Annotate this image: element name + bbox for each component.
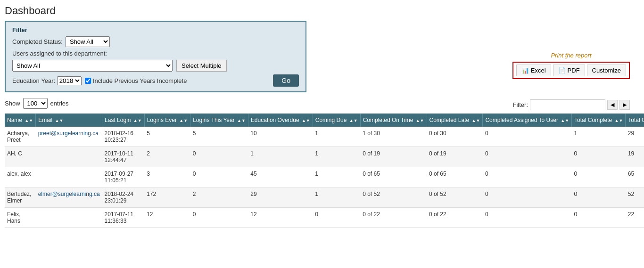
users-select-row: Show All Select Multiple bbox=[12, 60, 299, 72]
table-cell: 0 of 52 bbox=[427, 187, 483, 208]
table-row: alex, alex2017-09-27 11:05:21304510 of 6… bbox=[5, 167, 644, 187]
table-cell: 0 bbox=[483, 167, 572, 187]
excel-label: Excel bbox=[531, 67, 546, 74]
completed-status-label: Completed Status: bbox=[12, 38, 63, 45]
entries-label: entries bbox=[50, 100, 69, 107]
table-cell: 45 bbox=[248, 167, 313, 187]
export-buttons-group: 📊 Excel 📄 PDF Customize bbox=[512, 62, 630, 79]
table-cell: 5 bbox=[190, 127, 248, 147]
sort-overdue-icon: ▲▼ bbox=[302, 118, 310, 123]
col-name[interactable]: Name ▲▼ bbox=[5, 114, 36, 127]
table-cell: alex, alex bbox=[5, 167, 36, 187]
table-cell: 0 of 30 bbox=[427, 127, 483, 147]
table-body: Acharya, Preetpreet@surgelearning.ca2018… bbox=[5, 127, 644, 228]
filter-next-button[interactable]: ▶ bbox=[619, 100, 630, 110]
pdf-button[interactable]: 📄 PDF bbox=[553, 65, 585, 76]
show-label: Show bbox=[5, 100, 20, 107]
education-year-row: Education Year: 2018 2017 2016 Include P… bbox=[12, 76, 187, 85]
table-cell: 0 of 19 bbox=[427, 147, 483, 167]
sort-totalcomplete-icon: ▲▼ bbox=[614, 118, 623, 123]
users-assigned-label: Users assigned to this department: bbox=[12, 50, 107, 57]
filter-input[interactable] bbox=[530, 99, 605, 110]
table-cell: 1 bbox=[313, 127, 360, 147]
col-coming-due[interactable]: Coming Due ▲▼ bbox=[313, 114, 360, 127]
col-last-login[interactable]: Last Login ▲▼ bbox=[102, 114, 145, 127]
table-cell: 2018-02-16 10:23:27 bbox=[102, 127, 145, 147]
filter-right: Filter: ◀ ▶ bbox=[513, 99, 630, 110]
excel-icon: 📊 bbox=[521, 67, 529, 74]
page-title: Dashboard bbox=[5, 5, 639, 17]
sort-ontime-icon: ▲▼ bbox=[416, 118, 424, 123]
table-cell: 0 bbox=[483, 187, 572, 208]
table-cell: 10 bbox=[248, 127, 313, 147]
email-link[interactable]: preet@surgelearning.ca bbox=[38, 130, 99, 137]
education-year-label: Education Year: bbox=[12, 77, 55, 84]
table-cell bbox=[36, 208, 102, 228]
print-report-section: Print the report 📊 Excel 📄 PDF Customize bbox=[512, 52, 630, 79]
include-previous-checkbox[interactable] bbox=[85, 78, 91, 84]
table-cell: 0 bbox=[190, 167, 248, 187]
education-year-select[interactable]: 2018 2017 2016 bbox=[57, 76, 82, 85]
table-cell: Felix, Hans bbox=[5, 208, 36, 228]
table-cell: AH, C bbox=[5, 147, 36, 167]
table-cell: 2017-09-27 11:05:21 bbox=[102, 167, 145, 187]
sort-loginsever-icon: ▲▼ bbox=[179, 118, 188, 123]
col-logins-year[interactable]: Logins This Year ▲▼ bbox=[190, 114, 248, 127]
table-row: AH, C2017-10-11 12:44:4720110 of 190 of … bbox=[5, 147, 644, 167]
table-cell: 0 bbox=[572, 147, 626, 167]
print-report-label: Print the report bbox=[512, 52, 630, 59]
table-cell: Bertudez, Elmer bbox=[5, 187, 36, 208]
col-education-overdue[interactable]: Education Overdue ▲▼ bbox=[248, 114, 313, 127]
email-link[interactable]: elmer@surgelearning.ca bbox=[38, 191, 100, 197]
col-total-complete[interactable]: Total Complete ▲▼ bbox=[572, 114, 626, 127]
table-row: Felix, Hans2017-07-11 11:36:331201200 of… bbox=[5, 208, 644, 228]
table-cell: 29 bbox=[626, 127, 644, 147]
table-cell: preet@surgelearning.ca bbox=[36, 127, 102, 147]
col-total-outstanding[interactable]: Total Outstanding ▲▼ bbox=[626, 114, 644, 127]
pdf-label: PDF bbox=[568, 67, 580, 74]
table-cell: 2017-10-11 12:44:47 bbox=[102, 147, 145, 167]
customize-button[interactable]: Customize bbox=[587, 65, 626, 76]
col-completed-assigned[interactable]: Completed Assigned To User ▲▼ bbox=[483, 114, 572, 127]
table-cell: 2017-07-11 11:36:33 bbox=[102, 208, 145, 228]
table-cell: 0 of 65 bbox=[360, 167, 427, 187]
table-row: Acharya, Preetpreet@surgelearning.ca2018… bbox=[5, 127, 644, 147]
excel-button[interactable]: 📊 Excel bbox=[516, 65, 551, 76]
table-cell: 0 bbox=[572, 208, 626, 228]
filter-label: Filter: bbox=[513, 101, 528, 108]
table-cell: 2 bbox=[144, 147, 190, 167]
table-cell: 5 bbox=[144, 127, 190, 147]
filter-title: Filter bbox=[12, 26, 299, 33]
col-completed-ontime[interactable]: Completed On Time ▲▼ bbox=[360, 114, 427, 127]
sort-comingdue-icon: ▲▼ bbox=[349, 118, 358, 123]
table-cell: 12 bbox=[248, 208, 313, 228]
go-button[interactable]: Go bbox=[273, 74, 299, 87]
table-cell: 1 of 30 bbox=[360, 127, 427, 147]
col-email[interactable]: Email ▲▼ bbox=[36, 114, 102, 127]
completed-status-select[interactable]: Show All Completed Incomplete bbox=[66, 36, 110, 47]
table-cell: 65 bbox=[626, 167, 644, 187]
table-cell: 29 bbox=[248, 187, 313, 208]
table-cell: 2 bbox=[190, 187, 248, 208]
table-controls: Show 10 25 50 100 entries Filter: ◀ ▶ bbox=[5, 98, 639, 112]
entries-select[interactable]: 10 25 50 100 bbox=[23, 98, 48, 109]
pdf-icon: 📄 bbox=[558, 67, 566, 74]
table-cell: 0 bbox=[572, 167, 626, 187]
sort-name-icon: ▲▼ bbox=[25, 118, 33, 123]
users-select[interactable]: Show All bbox=[12, 60, 173, 72]
table-cell: 0 of 22 bbox=[427, 208, 483, 228]
table-cell: 0 of 52 bbox=[360, 187, 427, 208]
table-cell: 0 bbox=[483, 147, 572, 167]
table-cell: 172 bbox=[144, 187, 190, 208]
filter-prev-button[interactable]: ◀ bbox=[607, 100, 618, 110]
table-cell: 1 bbox=[313, 167, 360, 187]
table-cell: 1 bbox=[313, 187, 360, 208]
table-cell: 19 bbox=[626, 147, 644, 167]
table-cell bbox=[36, 147, 102, 167]
table-row: Bertudez, Elmerelmer@surgelearning.ca201… bbox=[5, 187, 644, 208]
table-cell: 22 bbox=[626, 208, 644, 228]
select-multiple-button[interactable]: Select Multiple bbox=[176, 60, 227, 72]
col-completed-late[interactable]: Completed Late ▲▼ bbox=[427, 114, 483, 127]
col-logins-ever[interactable]: Logins Ever ▲▼ bbox=[144, 114, 190, 127]
table-cell: 2018-02-24 23:01:29 bbox=[102, 187, 145, 208]
